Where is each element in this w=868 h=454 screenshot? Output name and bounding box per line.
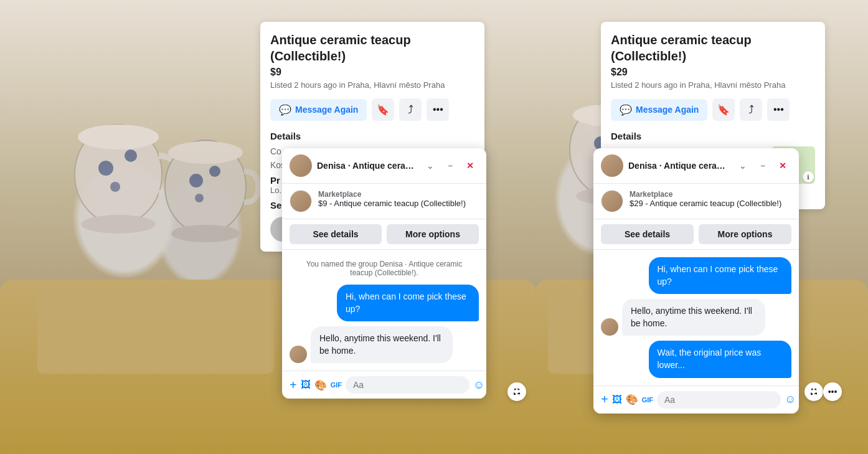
messenger-icon-right: 💬 [620, 104, 632, 116]
save-button-left[interactable]: 🔖 [372, 98, 394, 121]
received-avatar-left [290, 346, 307, 363]
more-button-left[interactable]: ••• [427, 98, 449, 121]
message-received-1-right: Hello, anytime this weekend. I'll be hom… [622, 299, 765, 336]
received-wrapper-right: Hello, anytime this weekend. I'll be hom… [601, 299, 791, 336]
received-avatar-right [601, 318, 618, 336]
svg-point-2 [81, 215, 156, 234]
svg-point-9 [189, 174, 203, 187]
chat-input-right[interactable] [657, 391, 781, 409]
marketplace-text-right: Marketplace $29 - Antique ceramic teacup… [630, 190, 791, 208]
chat-header-icons-left: ⌄ − ✕ [422, 157, 479, 174]
product-listed-left: Listed 2 hours ago in Praha, Hlavní měst… [270, 80, 474, 90]
chat-avatar-left [290, 154, 312, 177]
expand-icon-right[interactable] [804, 382, 823, 401]
image-icon-left[interactable]: 🖼 [301, 379, 311, 390]
marketplace-icon-left [290, 190, 312, 212]
message-sent-2-right: Wait, the original price was lower... [649, 341, 792, 377]
chevron-down-icon-right[interactable]: ⌄ [734, 157, 752, 174]
chat-input-left[interactable] [346, 376, 469, 394]
close-icon-left[interactable]: ✕ [461, 157, 479, 174]
chat-messages-right: Hi, when can I come pick these up? Hello… [593, 250, 799, 385]
marketplace-item-right: $29 - Antique ceramic teacup (Collectibl… [630, 199, 791, 208]
close-icon-right[interactable]: ✕ [774, 157, 791, 174]
chat-input-bar-left: + 🖼 🎨 GIF ☺ 👍 [282, 371, 486, 399]
marketplace-label-left: Marketplace [318, 190, 479, 199]
add-icon-right[interactable]: + [601, 392, 608, 407]
sticker-icon-left[interactable]: 🎨 [314, 379, 327, 391]
marketplace-text-left: Marketplace $9 - Antique ceramic teacup … [318, 190, 479, 208]
share-icon-left: ⤴ [408, 103, 413, 116]
svg-point-8 [171, 225, 240, 242]
svg-point-4 [125, 149, 137, 162]
marketplace-info-left: Marketplace $9 - Antique ceramic teacup … [282, 184, 486, 219]
svg-point-11 [195, 194, 204, 202]
svg-rect-12 [37, 286, 274, 374]
product-listed-right: Listed 2 hours ago in Praha, Hlavní měst… [611, 80, 815, 90]
chat-popup-left: Denisa · Antique ceramic ... ⌄ − ✕ Marke… [282, 148, 486, 399]
product-title-right: Antique ceramic teacup (Collectible!) [611, 32, 815, 64]
chat-actions-left: See details More options [282, 219, 486, 250]
map-info-icon: ℹ [803, 171, 814, 182]
chat-messages-left: You named the group Denisa · Antique cer… [282, 250, 486, 371]
svg-point-3 [98, 161, 113, 176]
image-icon-right[interactable]: 🖼 [612, 394, 622, 405]
chat-popup-right: Denisa · Antique ceramic ... ⌄ − ✕ Marke… [593, 148, 799, 414]
message-sent-1-left: Hi, when can I come pick these up? [337, 285, 479, 321]
product-price-left: $9 [270, 67, 474, 78]
details-label-right: Details [611, 131, 815, 141]
marketplace-icon-right [601, 190, 623, 212]
sticker-icon-right[interactable]: 🎨 [626, 394, 638, 405]
received-wrapper-left: Hello, anytime this weekend. I'll be hom… [290, 326, 479, 363]
chat-header-icons-right: ⌄ − ✕ [734, 157, 791, 174]
more-options-floating-right[interactable]: ••• [823, 382, 842, 401]
message-received-1-left: Hello, anytime this weekend. I'll be hom… [311, 326, 453, 363]
marketplace-label-right: Marketplace [630, 190, 791, 199]
marketplace-info-right: Marketplace $29 - Antique ceramic teacup… [593, 184, 799, 219]
minimize-icon-right[interactable]: − [754, 157, 771, 174]
bookmark-icon-right: 🔖 [717, 104, 730, 116]
see-details-button-right[interactable]: See details [601, 224, 694, 244]
more-icon-right: ••• [773, 104, 784, 115]
gif-icon-left[interactable]: GIF [331, 381, 342, 389]
more-options-button-right[interactable]: More options [699, 224, 791, 244]
chevron-down-icon-left[interactable]: ⌄ [422, 157, 439, 174]
emoji-icon-left[interactable]: ☺ [473, 379, 484, 392]
action-buttons-left: 💬 Message Again 🔖 ⤴ ••• [270, 98, 474, 121]
product-price-right: $29 [611, 67, 815, 78]
share-button-right[interactable]: ⤴ [740, 98, 762, 121]
add-icon-left[interactable]: + [290, 378, 297, 392]
bookmark-icon-left: 🔖 [377, 104, 389, 116]
messenger-icon-left: 💬 [279, 104, 291, 116]
message-sent-1-right: Hi, when can I come pick these up? [649, 257, 792, 294]
message-again-button-right[interactable]: 💬 Message Again [611, 99, 707, 121]
svg-point-10 [209, 166, 220, 177]
marketplace-item-left: $9 - Antique ceramic teacup (Collectible… [318, 199, 479, 208]
chat-name-right: Denisa · Antique ceramic ... [628, 161, 729, 171]
gif-icon-right[interactable]: GIF [642, 396, 653, 404]
save-button-right[interactable]: 🔖 [712, 98, 735, 121]
more-icon-left: ••• [433, 104, 443, 115]
system-message-left: You named the group Denisa · Antique cer… [290, 257, 479, 280]
chat-avatar-right [601, 154, 623, 177]
more-button-right[interactable]: ••• [767, 98, 790, 121]
chat-input-bar-right: + 🖼 🎨 GIF ☺ 👍 [593, 385, 799, 414]
product-title-left: Antique ceramic teacup (Collectible!) [270, 32, 474, 64]
cups-svg-left [37, 50, 274, 374]
svg-point-7 [168, 141, 243, 164]
see-details-button-left[interactable]: See details [290, 224, 382, 244]
svg-point-5 [110, 182, 120, 192]
more-options-button-left[interactable]: More options [387, 224, 479, 244]
expand-icon-left[interactable] [507, 382, 526, 401]
chat-name-left: Denisa · Antique ceramic ... [317, 161, 417, 171]
chat-actions-right: See details More options [593, 219, 799, 250]
details-label-left: Details [270, 131, 474, 141]
minimize-icon-left[interactable]: − [441, 157, 459, 174]
emoji-icon-right[interactable]: ☺ [785, 393, 796, 406]
share-icon-right: ⤴ [748, 103, 754, 116]
action-buttons-right: 💬 Message Again 🔖 ⤴ ••• [611, 98, 815, 121]
chat-header-left: Denisa · Antique ceramic ... ⌄ − ✕ [282, 148, 486, 184]
svg-point-1 [78, 125, 159, 149]
share-button-left[interactable]: ⤴ [399, 98, 422, 121]
message-again-button-left[interactable]: 💬 Message Again [270, 99, 367, 121]
chat-header-right: Denisa · Antique ceramic ... ⌄ − ✕ [593, 148, 799, 184]
